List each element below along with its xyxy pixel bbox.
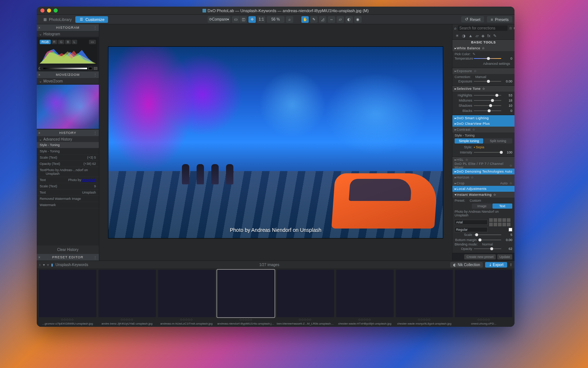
crop-header[interactable]: ▸ CropAuto☆ — [452, 180, 514, 186]
menu-icon[interactable]: ≡ — [514, 26, 514, 31]
split-toning-button[interactable]: Split toning — [484, 138, 512, 144]
create-preset-button[interactable]: Create new preset — [464, 254, 496, 259]
movezoom-subheader[interactable]: ⌄Move/Zoom — [37, 78, 99, 84]
redeye-tool-icon[interactable]: ◉ — [354, 16, 362, 23]
geometry-cat-icon[interactable]: ▱ — [476, 33, 478, 38]
minimize-window-icon[interactable] — [47, 8, 51, 13]
histogram-subheader[interactable]: ⌄Histogram — [37, 31, 99, 37]
position-grid[interactable] — [489, 218, 510, 226]
intensity-slider[interactable]: Intensity 100 — [455, 150, 512, 155]
detail-cat-icon[interactable]: ▲ — [469, 33, 473, 38]
histo-tab-g[interactable]: G — [58, 40, 64, 44]
advanced-settings-link[interactable]: Advanced settings — [455, 61, 512, 66]
local-adjustments-header[interactable]: ▸ Local Adjustments — [452, 186, 514, 192]
close-icon[interactable]: × — [38, 26, 41, 30]
black-swatch[interactable] — [89, 67, 92, 70]
export-button[interactable]: ⤓ Export — [485, 262, 507, 268]
eyedropper-icon[interactable]: ✎ — [473, 52, 476, 56]
hand-tool-icon[interactable]: ✋ — [301, 16, 309, 23]
watermark-header[interactable]: ▾ Instant Watermarking☆ — [452, 192, 514, 198]
tab-customize[interactable]: ☰ Customize — [75, 16, 108, 23]
thumbnail[interactable]: ◇◇◇◇◇andreas-niendorf-l8ypMiU1Hio-unspla… — [217, 270, 275, 325]
nik-collection-button[interactable]: ◐ Nik Collection — [450, 262, 483, 268]
perspective-tool-icon[interactable]: ▱ — [337, 16, 344, 23]
history-row[interactable]: Removed Watermark Image — [37, 196, 99, 202]
histo-tab-l[interactable]: L — [72, 40, 77, 44]
thumbnail[interactable]: ◇◇◇◇◇creed-zhong-cPD... — [455, 270, 512, 325]
horizon-header[interactable]: ▸ Horizon☆ — [452, 174, 514, 180]
thumbnail[interactable]: ◇◇◇◇◇andre-benz-JjK4IUyUYaE-unsplash.jpg — [98, 270, 156, 325]
local-cat-icon[interactable]: ◈ — [481, 33, 484, 38]
watermark-type-segment[interactable]: Image Text — [472, 204, 512, 209]
close-icon[interactable]: × — [38, 255, 41, 259]
temperature-slider[interactable]: Temperature 0 — [455, 56, 512, 61]
watermark-image-button[interactable]: Image — [472, 204, 492, 209]
filter-icon[interactable]: ▾ — [43, 263, 45, 267]
histo-tab-b[interactable]: B — [65, 40, 71, 44]
histogram-header[interactable]: ×HISTOGRAM⋮ — [37, 24, 99, 31]
crop-tool-icon[interactable]: ◿ — [319, 16, 326, 23]
watermark-cat-icon[interactable]: ✎ — [493, 33, 496, 38]
smart-lighting-header[interactable]: ▸ DxO Smart Lighting — [452, 115, 514, 121]
tone-slider-highlights[interactable]: Highlights53 — [455, 93, 512, 98]
history-row[interactable]: TextPhoto by Andreas-...ndorf on Unsplas… — [37, 167, 99, 177]
shadow-swatch[interactable] — [94, 67, 97, 70]
zoom-level[interactable]: 56 % — [267, 16, 284, 23]
history-row[interactable]: TextPhoto by Unsplash — [37, 177, 99, 183]
split-view-icon[interactable]: ◫ — [240, 16, 247, 23]
main-photo[interactable]: Photo by Andreas Niendorf on Unsplash — [108, 47, 443, 238]
picker-tool-icon[interactable]: ✎ — [310, 16, 318, 23]
search-input[interactable] — [458, 25, 508, 31]
preset-editor-header[interactable]: ×PRESET EDITOR⋮ — [37, 254, 99, 261]
zoom-lock-icon[interactable]: ⌕ — [286, 16, 293, 23]
menu-icon[interactable]: ⋮ — [93, 26, 97, 30]
thumbnail[interactable]: ◇◇◇◇◇chester-wade-HTxHBycl8j4-unsplash.j… — [336, 270, 394, 325]
thumbnail[interactable]: ◇◇◇◇◇...gromov-o7IpEKG8W8U-unsplash.jpg — [39, 270, 96, 325]
history-row[interactable]: Scale (Text)9 — [37, 183, 99, 190]
single-view-icon[interactable]: ▭ — [232, 16, 239, 23]
funnel-icon[interactable]: ▿ — [47, 263, 49, 267]
tone-slider-midtones[interactable]: Midtones18 — [455, 98, 512, 103]
update-preset-button[interactable]: Update — [497, 254, 512, 259]
fit-ratio-button[interactable]: 1:1 — [257, 16, 265, 23]
basic-tools-header[interactable]: BASIC TOOLS — [452, 40, 514, 46]
menu-icon[interactable]: ⋮ — [93, 131, 97, 135]
history-header[interactable]: ×HISTORY⋮ — [37, 130, 99, 136]
history-row[interactable]: TextUnsplash — [37, 190, 99, 196]
clear-history-button[interactable]: Clear History — [37, 245, 99, 254]
simple-toning-button[interactable]: Simple toning — [455, 138, 483, 144]
history-row[interactable]: Scale (Text)(+3) 5 — [37, 155, 99, 161]
movezoom-header[interactable]: ×MOVE/ZOOM⋮ — [37, 71, 99, 78]
share-icon[interactable]: ⇪ — [509, 263, 512, 267]
history-row[interactable]: Opacity (Text)(+38) 62 — [37, 161, 99, 167]
close-window-icon[interactable] — [40, 8, 44, 13]
tone-slider-blacks[interactable]: Blacks0 — [455, 108, 512, 113]
font-select[interactable] — [455, 220, 488, 225]
move-tool-icon[interactable]: ✥ — [248, 16, 256, 23]
contrast-header[interactable]: ▸ Contrast☆ — [452, 127, 514, 132]
tone-slider-shadows[interactable]: Shadows10 — [455, 103, 512, 108]
color-cat-icon[interactable]: ◑ — [462, 33, 466, 38]
filmpack-header[interactable]: DxO PL Elite / FP 7 / Channel Mixer☆ — [452, 163, 514, 169]
watermark-text-button[interactable]: Text — [492, 204, 513, 209]
histo-tab-r[interactable]: R — [51, 40, 58, 44]
horizon-tool-icon[interactable]: ↔ — [328, 16, 335, 23]
tab-photolibrary[interactable]: ▦ PhotoLibrary — [39, 16, 75, 23]
histo-tab-rgb[interactable]: RGB — [40, 40, 51, 44]
light-cat-icon[interactable]: ☀ — [455, 33, 459, 38]
history-row[interactable]: Watermark — [37, 202, 99, 208]
thumbnail[interactable]: ◇◇◇◇◇chester-wade-msnyz9L8gs4-unsplash.j… — [396, 270, 453, 325]
star-icon[interactable]: ☆ — [482, 46, 485, 50]
menu-icon[interactable]: ⋮ — [93, 255, 97, 259]
denoise-header[interactable]: ▸ DxO Denoising TechnologiesAuto — [452, 169, 514, 174]
selective-tone-header[interactable]: ▸ Selective Tone☆ — [452, 86, 514, 92]
fx-cat-icon[interactable]: fx — [487, 33, 491, 38]
presets-button[interactable]: ≡ Presets — [487, 16, 512, 22]
close-icon[interactable]: × — [38, 73, 41, 77]
opacity-slider[interactable]: Opacity 62 — [455, 246, 512, 251]
close-icon[interactable]: × — [38, 131, 41, 135]
exposure-header[interactable]: ▸ Exposure☆ — [452, 68, 514, 74]
exposure-slider[interactable]: Exposure 0.00 — [455, 79, 512, 84]
thumbnail[interactable]: ◇◇◇◇◇andreas-m-hUwLoC1iTmA-unsplash.jpg — [158, 270, 215, 325]
zoom-window-icon[interactable] — [54, 8, 58, 13]
